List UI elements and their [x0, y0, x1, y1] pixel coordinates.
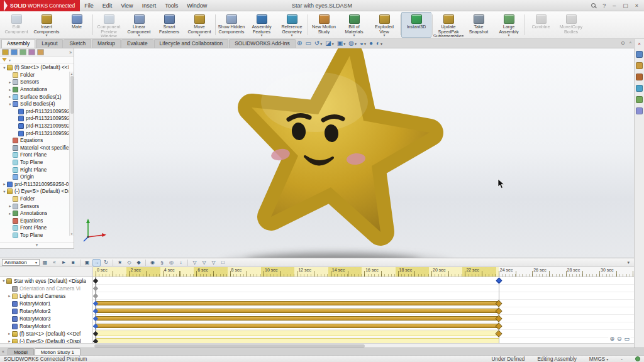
timeline-row-orientation-and-camera-vi[interactable] — [93, 285, 634, 292]
custom-properties-icon[interactable] — [636, 107, 643, 114]
collapse-panel-icon[interactable]: ▾ — [627, 260, 632, 265]
feature-tree-item-annotations[interactable]: ▸Annotations — [1, 210, 69, 217]
pale-bar[interactable] — [96, 331, 499, 336]
chevron-right-icon[interactable]: ▸ — [7, 331, 12, 336]
motor-bar[interactable] — [96, 301, 499, 305]
graphics-viewport[interactable] — [0, 48, 634, 258]
feature-tree-item-surface-bodies-1[interactable]: ▸Surface Bodies(1) — [1, 93, 69, 101]
feature-tree-item-top-plane[interactable]: Top Plane — [1, 159, 69, 167]
chevron-down-icon[interactable]: ▾ — [9, 58, 11, 62]
tab-lifecycle-and-collaboration[interactable]: Lifecycle and Collaboration — [154, 39, 229, 48]
ribbon-assembly-features-button[interactable]: Assembly Features▾ — [247, 12, 277, 38]
feature-tree-item-sensors[interactable]: ▸Sensors — [1, 79, 69, 86]
ribbon-mate-button[interactable]: Mate — [62, 12, 92, 38]
auto-key-button[interactable]: ◇ — [125, 259, 133, 266]
ribbon-reference-geometry-button[interactable]: Reference Geometry▾ — [277, 12, 307, 38]
appearances-icon[interactable] — [636, 96, 643, 103]
play-from-start-button[interactable]: « — [50, 259, 58, 266]
chevron-right-icon[interactable]: ▸ — [8, 94, 13, 99]
animation-wizard-button[interactable]: ★ — [116, 259, 124, 266]
chevron-down-icon[interactable]: ▾ — [2, 189, 7, 194]
ribbon-bill-of-materials-button[interactable]: Bill of Materials▾ — [339, 12, 369, 38]
view-palette-icon[interactable] — [636, 85, 643, 92]
collapse-ribbon-icon[interactable]: ^ — [630, 41, 631, 45]
doc-tab-model[interactable]: Model — [8, 348, 34, 355]
playback-mode-button[interactable]: → — [92, 259, 101, 266]
add-key-button[interactable]: ◆ — [135, 259, 143, 266]
ribbon-instant3d-button[interactable]: Instant3D — [401, 12, 431, 38]
ribbon-show-hidden-components-button[interactable]: Show Hidden Components — [216, 12, 247, 38]
chevron-right-icon[interactable]: ▸ — [8, 204, 13, 209]
dimxpertmanager-tab[interactable] — [28, 49, 35, 55]
motion-tree-item-rotarymotor1[interactable]: RotaryMotor1 — [0, 300, 92, 307]
minimize-icon[interactable]: – — [613, 3, 616, 9]
chevron-more-icon[interactable]: » — [69, 50, 72, 55]
tab-solidworks-add-ins[interactable]: SOLIDWORKS Add-Ins — [229, 39, 296, 48]
ribbon-take-snapshot-button[interactable]: Take Snapshot — [464, 12, 494, 38]
ribbon-new-motion-study-button[interactable]: New Motion Study — [309, 12, 339, 38]
feature-tree-item-top-plane[interactable]: Top Plane — [1, 232, 69, 239]
menu-tools[interactable]: Tools — [160, 0, 182, 11]
chevron-right-icon[interactable]: ▸ — [7, 339, 12, 343]
feature-tree-item-eye-5-default-display-st[interactable]: ▾(-) Eye<5> (Default) <Display St — [1, 188, 69, 195]
zoom-out-icon[interactable]: ⊖ — [617, 336, 622, 342]
feature-tree-item-f-star-1-default-default[interactable]: ▾(f) Star<1> (Default) <<Default — [1, 64, 69, 72]
tab-scroll-left-icon[interactable]: « — [2, 348, 4, 355]
filter-driving-button[interactable]: ▽ — [200, 259, 208, 266]
menu-edit[interactable]: Edit — [98, 0, 117, 11]
feature-tree-item-prd-r1132100959258-00060[interactable]: ▸prd-R1132100959258-00060 — [1, 181, 69, 189]
search-icon[interactable] — [591, 3, 596, 8]
zoom-in-icon[interactable]: ⊕ — [609, 336, 614, 342]
scroll-up-arrow[interactable]: ▴ — [71, 72, 73, 75]
tab-evaluate[interactable]: Evaluate — [121, 39, 153, 48]
filter-animated-button[interactable]: ▽ — [191, 259, 199, 266]
hud-section-view-button[interactable]: ◪▾ — [325, 40, 333, 47]
feature-tree-item-prd-r1132100959258-0[interactable]: prd-R1132100959258-0 — [1, 123, 69, 130]
ruler-track[interactable]: 0 sec2 sec4 sec6 sec8 sec10 sec12 sec14 … — [93, 267, 634, 277]
motor-bar[interactable] — [96, 309, 499, 313]
chevron-right-icon[interactable]: ▸ — [7, 293, 12, 299]
ribbon-large-assembly-settings-button[interactable]: Large Assembly Settings▾ — [494, 12, 524, 38]
design-library-icon[interactable] — [636, 62, 643, 69]
featuremanager-tab[interactable] — [2, 49, 9, 55]
motion-tree-item-rotarymotor2[interactable]: RotaryMotor2 — [0, 307, 92, 315]
motion-tree-item-rotarymotor4[interactable]: RotaryMotor4 — [0, 322, 92, 330]
chevron-right-icon[interactable]: ▸ — [8, 87, 13, 92]
calculate-button[interactable]: ▦ — [41, 259, 49, 266]
pin-icon[interactable]: ⊙ — [621, 40, 625, 46]
ribbon-exploded-view-button[interactable]: Exploded View▾ — [369, 12, 399, 38]
timeline-row-rotarymotor1[interactable] — [93, 300, 634, 307]
feature-tree-item-right-plane[interactable]: Right Plane — [1, 166, 69, 173]
hud-edit-appearance-button[interactable]: ● — [369, 40, 373, 47]
close-pane-icon[interactable]: × — [638, 41, 641, 47]
feature-tree-item-folder[interactable]: Folder — [1, 195, 69, 203]
hud-scene-button[interactable]: ◐▾ — [376, 40, 382, 47]
chevron-down-icon[interactable]: ▾ — [1, 278, 6, 283]
pale-bar[interactable] — [96, 338, 499, 343]
motion-tree-item-star-with-eyes-default-displa[interactable]: ▾Star with eyes (Default) <Displa — [0, 277, 92, 285]
panel-scroll-cue[interactable]: ▾ — [0, 242, 74, 248]
ribbon-smart-fasteners-button[interactable]: Smart Fasteners — [154, 12, 184, 38]
timeline-rows[interactable] — [93, 277, 634, 343]
feature-tree-item-folder[interactable]: Folder — [1, 72, 69, 79]
feature-tree-item-solid-bodies-4[interactable]: ▾Solid Bodies(4) — [1, 101, 69, 108]
chevron-right-icon[interactable]: ▸ — [8, 211, 13, 216]
feature-tree-item-equations[interactable]: Equations — [1, 137, 69, 145]
zoom-fit-icon[interactable]: ▭ — [624, 336, 630, 342]
spring-button[interactable]: § — [158, 259, 166, 266]
tab-layout[interactable]: Layout — [36, 39, 63, 48]
feature-tree-item-prd-r1132100959258-0[interactable]: prd-R1132100959258-0 — [1, 129, 69, 137]
feature-tree-item-prd-r1132100959258-0[interactable]: prd-R1132100959258-0 — [1, 115, 69, 123]
scroll-thumb[interactable] — [70, 76, 74, 114]
hud-zoom-fit-button[interactable]: ⊕ — [297, 40, 302, 47]
feature-tree-item-front-plane[interactable]: Front Plane — [1, 224, 69, 232]
key-diamond[interactable] — [93, 278, 98, 283]
timeline-row-eye-5-default-displ[interactable] — [93, 337, 634, 343]
key-diamond[interactable] — [93, 293, 98, 299]
feature-tree-item-annotations[interactable]: ▸Annotations — [1, 86, 69, 94]
filter-selected-button[interactable]: ▽ — [209, 259, 218, 266]
playback-speed-button[interactable]: ↻ — [102, 259, 110, 266]
feature-tree-item-origin[interactable]: Origin — [1, 173, 69, 181]
timeline-row-f-star-1-default-def[interactable] — [93, 330, 634, 337]
feature-tree-item-material-not-specified[interactable]: Material <not specified> — [1, 145, 69, 152]
